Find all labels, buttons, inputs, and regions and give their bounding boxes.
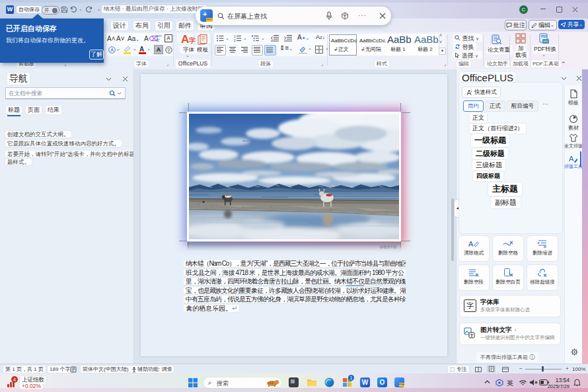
svg-text:PDF: PDF bbox=[541, 35, 547, 38]
svg-text:字: 字 bbox=[166, 48, 171, 52]
svg-text:1: 1 bbox=[234, 35, 236, 38]
svg-text:2: 2 bbox=[234, 39, 236, 42]
svg-text:A: A bbox=[569, 155, 574, 163]
svg-text:4: 4 bbox=[13, 377, 16, 382]
svg-text:A: A bbox=[468, 240, 474, 248]
svg-text:A: A bbox=[110, 48, 114, 52]
